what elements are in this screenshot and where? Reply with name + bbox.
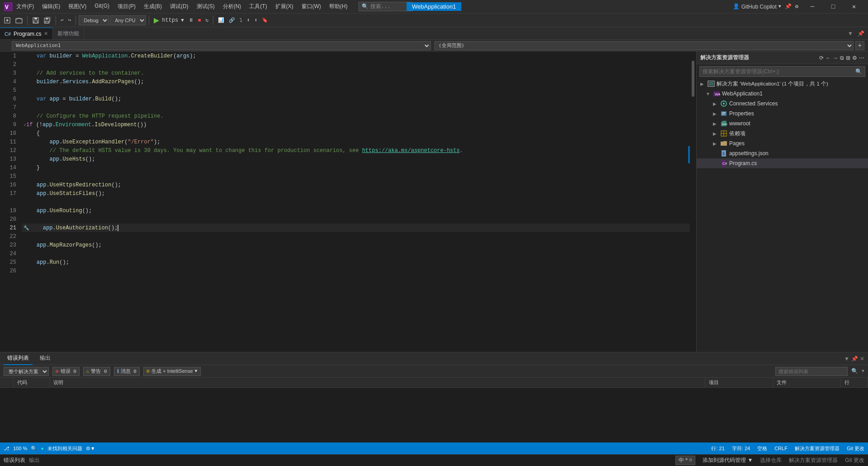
panel-close-icon[interactable]: ✕: [860, 356, 864, 362]
sync-icon[interactable]: ⟳: [819, 55, 824, 61]
copy-icon[interactable]: ⧉: [840, 55, 844, 61]
attach-btn[interactable]: 🔗: [227, 16, 237, 24]
menu-build[interactable]: 生成(B): [140, 2, 165, 11]
tab-new-features[interactable]: 新增功能: [53, 28, 84, 39]
code-line-8[interactable]: // Configure the HTTP request pipeline.: [22, 112, 690, 120]
menu-extensions[interactable]: 扩展(X): [272, 2, 297, 11]
error-list-tab[interactable]: 错误列表: [4, 352, 33, 365]
error-list-search-input[interactable]: [775, 367, 848, 376]
se-appsettings[interactable]: ▶ {} appsettings.json: [697, 148, 868, 158]
menu-git[interactable]: Git(G): [91, 2, 113, 11]
th-description[interactable]: 说明: [50, 378, 705, 387]
code-line-1[interactable]: var builder = WebApplication.CreateBuild…: [22, 52, 690, 60]
scroll-thumb[interactable]: [692, 61, 694, 97]
code-line-2[interactable]: [22, 60, 690, 69]
menu-analyze[interactable]: 分析(N): [219, 2, 245, 11]
close-button[interactable]: ✕: [844, 0, 864, 14]
se-program-cs[interactable]: ▶ C# Program.cs: [697, 158, 868, 168]
th-line[interactable]: 行: [841, 378, 868, 387]
se-project-root[interactable]: ▼ WA WebApplication1: [697, 89, 868, 99]
git-changes-status[interactable]: Git 更改: [847, 445, 864, 452]
debug-config-dropdown[interactable]: Debug: [79, 15, 109, 25]
search-dropdown[interactable]: ▼: [862, 369, 864, 374]
code-line-15[interactable]: [22, 172, 690, 181]
back-icon[interactable]: ←: [826, 55, 831, 61]
code-line-21[interactable]: 🔧 app.UseAuthorization();: [22, 223, 690, 232]
copilot-settings[interactable]: ⚙: [795, 3, 798, 10]
output-tab[interactable]: 输出: [36, 352, 54, 365]
step-over-btn[interactable]: ⤵: [238, 16, 244, 24]
tab-program-cs[interactable]: C# Program.cs ✕: [0, 28, 53, 39]
th-file[interactable]: 文件: [773, 378, 841, 387]
collapse-panels-icon[interactable]: ▼: [848, 30, 853, 37]
menu-help[interactable]: 帮助(H): [326, 2, 351, 11]
code-line-4[interactable]: builder.Services.AddRazorPages();: [22, 77, 690, 86]
redo-btn[interactable]: ↪: [66, 16, 73, 24]
code-line-24[interactable]: [22, 249, 690, 258]
menu-test[interactable]: 测试(S): [193, 2, 218, 11]
cpu-config-dropdown[interactable]: Any CPU: [110, 15, 146, 25]
save-btn[interactable]: [30, 16, 41, 25]
warning-count-btn[interactable]: ⚠ 警告 0: [83, 367, 110, 376]
filter-icon[interactable]: ⊞: [846, 55, 850, 61]
se-search-box[interactable]: 🔍: [699, 66, 865, 77]
code-line-23[interactable]: app.MapRazorPages();: [22, 241, 690, 249]
add-btn[interactable]: +: [855, 41, 864, 50]
menu-edit[interactable]: 编辑(E): [38, 2, 64, 11]
pin-tab-icon[interactable]: 📌: [858, 30, 864, 37]
tab-close-btn[interactable]: ✕: [44, 31, 48, 37]
restart-btn[interactable]: ↻: [203, 16, 210, 24]
member-dropdown[interactable]: (全局范围): [434, 41, 854, 50]
menu-tools[interactable]: 工具(T): [245, 2, 270, 11]
search-icon[interactable]: 🔍: [851, 368, 858, 375]
panel-collapse-icon[interactable]: ▼: [844, 356, 849, 362]
menu-window[interactable]: 窗口(W): [298, 2, 325, 11]
undo-btn[interactable]: ↩: [59, 16, 66, 24]
th-code[interactable]: 代码: [14, 378, 50, 387]
message-count-btn[interactable]: ℹ 消息 0: [114, 367, 140, 376]
build-filter-btn[interactable]: ⚙ 生成 + IntelliSense ▼: [143, 367, 201, 376]
line-ending[interactable]: CRLF: [774, 446, 788, 451]
zoom-level[interactable]: 100 %: [13, 446, 27, 451]
code-line-11[interactable]: app.UseExceptionHandler("/Error");: [22, 138, 690, 146]
minimize-button[interactable]: ─: [802, 0, 823, 14]
code-line-25[interactable]: app.Run();: [22, 258, 690, 266]
se-wwwroot[interactable]: ▶ www wwwroot: [697, 119, 868, 128]
settings-icon[interactable]: ⚙: [852, 55, 857, 61]
code-line-7[interactable]: [22, 103, 690, 112]
select-repo-btn[interactable]: 选择仓库: [760, 456, 782, 464]
code-line-3[interactable]: // Add services to the container.: [22, 69, 690, 77]
copilot-pin[interactable]: 📌: [785, 3, 792, 10]
se-properties[interactable]: ▶ Properties: [697, 109, 868, 119]
git-changes-btn[interactable]: Git 更改: [845, 456, 864, 464]
stop-btn[interactable]: ■: [196, 17, 203, 24]
run-button[interactable]: ▶: [152, 16, 161, 24]
issues-filter-btn[interactable]: ⚙▼: [86, 446, 95, 452]
step-into-btn[interactable]: ⬇: [245, 16, 252, 24]
search-box[interactable]: 🔍 搜索...: [359, 2, 413, 11]
th-project[interactable]: 项目: [705, 378, 773, 387]
menu-view[interactable]: 视图(V): [65, 2, 90, 11]
code-line-10[interactable]: {: [22, 129, 690, 138]
copilot-area[interactable]: 👤 GitHub Copilot ▼ 📌 ⚙: [733, 3, 798, 10]
save-all-btn[interactable]: [42, 16, 53, 25]
run-target-label[interactable]: https: [162, 17, 178, 24]
error-count-btn[interactable]: ⊗ 错误 0: [52, 367, 80, 376]
copilot-chevron[interactable]: ▼: [778, 4, 781, 9]
code-line-18[interactable]: [22, 198, 690, 206]
diagnostics-btn[interactable]: 📊: [216, 16, 226, 24]
menu-file[interactable]: 文件(F): [13, 2, 38, 11]
editor-scrollbar[interactable]: [690, 52, 696, 352]
code-line-20[interactable]: [22, 215, 690, 223]
code-line-17[interactable]: app.UseStaticFiles();: [22, 189, 690, 198]
scope-dropdown[interactable]: WebApplication1: [12, 41, 431, 50]
code-line-6[interactable]: var app = builder.Build();: [22, 95, 690, 103]
code-line-13[interactable]: app.UseHsts();: [22, 155, 690, 163]
code-line-14[interactable]: }: [22, 163, 690, 172]
se-solution-root[interactable]: ▶ 解决方案 'WebApplication1' (1 个项目，共 1 个): [697, 79, 868, 89]
run-dropdown[interactable]: ▼: [179, 17, 186, 24]
pause-btn[interactable]: ⏸: [187, 16, 195, 24]
panel-pin-icon[interactable]: 📌: [851, 356, 858, 362]
solution-explorer-status[interactable]: 解决方案资源管理器: [795, 445, 840, 452]
open-btn[interactable]: [14, 16, 24, 25]
